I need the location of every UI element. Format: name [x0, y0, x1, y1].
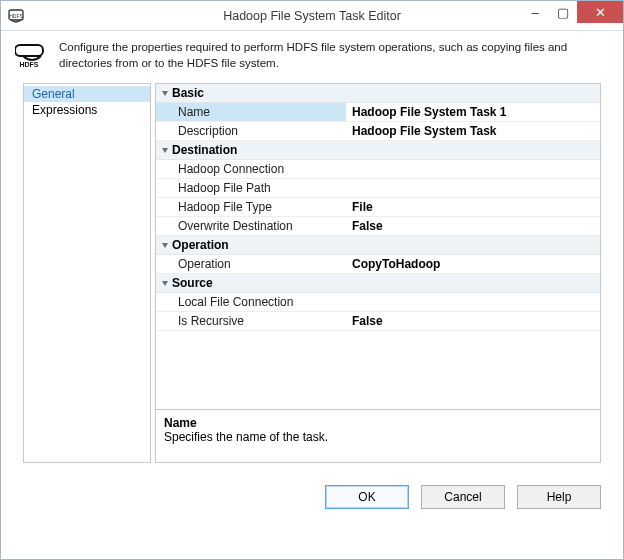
category-destination[interactable]: Destination — [156, 141, 600, 160]
help-title: Name — [164, 416, 592, 430]
property-value[interactable]: File — [346, 198, 600, 216]
property-label: Hadoop Connection — [156, 160, 346, 178]
collapse-icon — [162, 148, 168, 153]
property-label: Name — [156, 103, 346, 121]
app-icon: HDFS — [7, 7, 25, 25]
property-label: Hadoop File Type — [156, 198, 346, 216]
minimize-button[interactable]: – — [521, 1, 549, 23]
property-row[interactable]: Description Hadoop File System Task — [156, 122, 600, 141]
property-label: Description — [156, 122, 346, 140]
property-value[interactable] — [346, 293, 600, 311]
header-row: HDFS Configure the properties required t… — [1, 31, 623, 83]
property-label: Local File Connection — [156, 293, 346, 311]
svg-text:HDFS: HDFS — [19, 61, 38, 68]
category-label: Destination — [172, 143, 237, 157]
header-description: Configure the properties required to per… — [59, 39, 609, 71]
maximize-button[interactable]: ▢ — [549, 1, 577, 23]
hdfs-icon: HDFS — [15, 39, 49, 69]
category-label: Basic — [172, 86, 204, 100]
property-value[interactable]: False — [346, 217, 600, 235]
property-label: Operation — [156, 255, 346, 273]
window-controls: – ▢ ✕ — [521, 1, 623, 23]
property-grid: Basic Name Hadoop File System Task 1 Des… — [155, 83, 601, 410]
ok-button[interactable]: OK — [325, 485, 409, 509]
collapse-icon — [162, 281, 168, 286]
nav-list: General Expressions — [23, 83, 151, 463]
category-basic[interactable]: Basic — [156, 84, 600, 103]
property-label: Hadoop File Path — [156, 179, 346, 197]
property-row[interactable]: Overwrite Destination False — [156, 217, 600, 236]
help-panel: Name Specifies the name of the task. — [155, 410, 601, 463]
property-value[interactable]: False — [346, 312, 600, 330]
help-desc: Specifies the name of the task. — [164, 430, 592, 444]
property-value[interactable]: Hadoop File System Task 1 — [346, 103, 600, 121]
category-operation[interactable]: Operation — [156, 236, 600, 255]
property-value[interactable] — [346, 160, 600, 178]
right-column: Basic Name Hadoop File System Task 1 Des… — [155, 83, 601, 463]
property-value[interactable] — [346, 179, 600, 197]
category-label: Operation — [172, 238, 229, 252]
property-row[interactable]: Hadoop File Type File — [156, 198, 600, 217]
nav-item-general[interactable]: General — [24, 86, 150, 102]
property-row[interactable]: Hadoop Connection — [156, 160, 600, 179]
property-row[interactable]: Is Recursive False — [156, 312, 600, 331]
title-bar: HDFS Hadoop File System Task Editor – ▢ … — [1, 1, 623, 31]
collapse-icon — [162, 243, 168, 248]
svg-text:HDFS: HDFS — [9, 13, 23, 19]
property-label: Is Recursive — [156, 312, 346, 330]
main-panes: General Expressions Basic Name Hadoop Fi… — [23, 83, 601, 463]
dialog-button-row: OK Cancel Help — [1, 471, 623, 521]
property-label: Overwrite Destination — [156, 217, 346, 235]
help-button[interactable]: Help — [517, 485, 601, 509]
nav-item-expressions[interactable]: Expressions — [24, 102, 150, 118]
collapse-icon — [162, 91, 168, 96]
cancel-button[interactable]: Cancel — [421, 485, 505, 509]
property-value[interactable]: CopyToHadoop — [346, 255, 600, 273]
category-label: Source — [172, 276, 213, 290]
property-row[interactable]: Local File Connection — [156, 293, 600, 312]
property-row[interactable]: Hadoop File Path — [156, 179, 600, 198]
category-source[interactable]: Source — [156, 274, 600, 293]
property-value[interactable]: Hadoop File System Task — [346, 122, 600, 140]
property-row[interactable]: Name Hadoop File System Task 1 — [156, 103, 600, 122]
property-row[interactable]: Operation CopyToHadoop — [156, 255, 600, 274]
close-button[interactable]: ✕ — [577, 1, 623, 23]
